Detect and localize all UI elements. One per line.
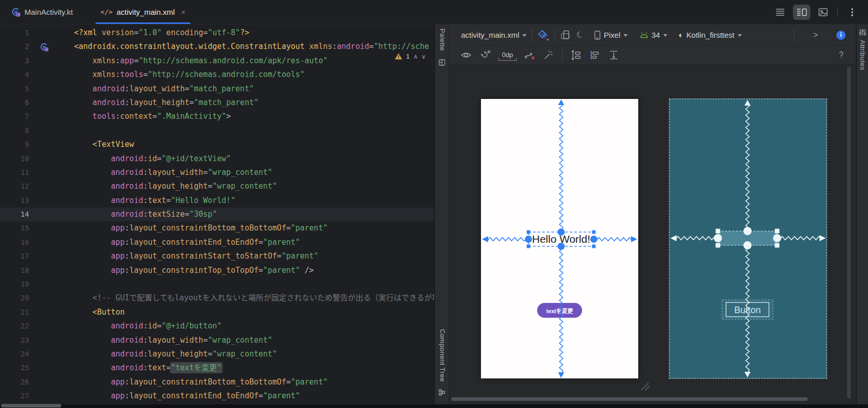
line-number: 27 bbox=[0, 389, 29, 403]
device-preview-blueprint[interactable]: Button bbox=[669, 99, 827, 378]
gutter bbox=[29, 236, 55, 249]
code-token: app bbox=[74, 266, 125, 275]
component-tree-tab[interactable]: Component Tree bbox=[439, 329, 446, 382]
code-line: 26 app:layout_constraintBottom_toBottomO… bbox=[0, 375, 434, 389]
palette-tab[interactable]: Palette bbox=[439, 29, 446, 51]
align-icon[interactable] bbox=[589, 50, 600, 60]
textview-hello-world[interactable]: Hello World! bbox=[528, 232, 594, 246]
line-number: 4 bbox=[0, 68, 29, 82]
code-token: app bbox=[74, 377, 125, 387]
default-margin-selector[interactable]: 0dp bbox=[498, 50, 517, 61]
more-options-kebab-icon[interactable] bbox=[843, 5, 861, 20]
info-icon[interactable]: i bbox=[836, 31, 846, 40]
line-number: 23 bbox=[0, 334, 29, 347]
file-dropdown[interactable]: activity_main.xml bbox=[461, 31, 526, 39]
line-number: 24 bbox=[0, 347, 29, 361]
divider bbox=[532, 30, 532, 41]
code-text: android:id="@+id/button" bbox=[55, 319, 222, 333]
code-token: "match_parent" bbox=[189, 84, 254, 93]
tab-activity-main-xml[interactable]: </> activity_main.xml × bbox=[93, 0, 192, 24]
prev-warning-icon[interactable]: ∧ bbox=[413, 53, 418, 60]
tab-label: activity_main.xml bbox=[116, 8, 175, 16]
guidelines-icon[interactable] bbox=[608, 50, 619, 60]
next-warning-icon[interactable]: ∨ bbox=[421, 53, 426, 60]
line-number: 26 bbox=[0, 375, 29, 389]
theme-dropdown-label: Kotlin_firsttest bbox=[686, 31, 734, 39]
code-token: ".MainActivity" bbox=[157, 112, 226, 121]
code-token: "http://schemas.android.com/apk/res-auto… bbox=[138, 56, 327, 65]
attributes-sliders-icon[interactable] bbox=[859, 29, 866, 36]
horizontal-scrollbar[interactable] bbox=[451, 397, 808, 401]
code-token: : bbox=[143, 349, 148, 359]
code-line: 19 bbox=[0, 277, 434, 291]
next-screen-arrow[interactable]: > bbox=[813, 31, 818, 40]
infer-constraints-wand-icon[interactable] bbox=[543, 50, 554, 60]
code-token: xmlns bbox=[74, 56, 115, 65]
code-token: "wrap_content" bbox=[212, 182, 277, 191]
code-line: 9 <TextView bbox=[0, 138, 434, 151]
line-number: 6 bbox=[0, 96, 29, 110]
inspection-widget[interactable]: 1 ∧ ∨ bbox=[395, 53, 426, 60]
gutter bbox=[29, 68, 55, 82]
gutter bbox=[29, 166, 55, 180]
device-dropdown[interactable]: Pixel bbox=[594, 31, 628, 40]
gutter bbox=[29, 152, 55, 166]
device-dropdown-label: Pixel bbox=[604, 31, 620, 39]
editor-tab-bar: MainActivity.kt </> activity_main.xml × bbox=[0, 0, 868, 24]
api-level-dropdown[interactable]: 34 bbox=[640, 31, 667, 39]
component-tree-icon[interactable] bbox=[439, 389, 445, 396]
constraint-overlay-blueprint: Button bbox=[669, 99, 827, 378]
autoconnect-magnet-icon[interactable] bbox=[479, 50, 491, 60]
palette-icon[interactable] bbox=[439, 59, 445, 66]
design-surface[interactable]: Hello World! textを変更 bbox=[449, 65, 856, 408]
code-token: "@+id/button" bbox=[162, 321, 222, 330]
theme-dropdown[interactable]: ◐ Kotlin_firsttest bbox=[679, 31, 742, 40]
orientation-icon[interactable] bbox=[560, 30, 571, 41]
line-number: 2 bbox=[0, 40, 29, 54]
device-preview-design[interactable]: Hello World! textを変更 bbox=[481, 99, 638, 378]
canvas-resize-handle[interactable] bbox=[640, 381, 652, 392]
button-text-change[interactable]: textを変更 bbox=[537, 303, 582, 318]
xml-code-editor[interactable]: 1<?xml version="1.0" encoding="utf-8"?>2… bbox=[0, 24, 435, 408]
clear-constraints-icon[interactable] bbox=[524, 50, 536, 60]
warning-count: 1 bbox=[406, 53, 409, 60]
code-token: tools bbox=[74, 112, 115, 121]
code-token: "match_parent" bbox=[194, 98, 258, 107]
code-line: 1<?xml version="1.0" encoding="utf-8"?> bbox=[0, 26, 434, 40]
close-icon[interactable]: × bbox=[181, 8, 185, 16]
code-line: 15 app:layout_constraintBottom_toBottomO… bbox=[0, 221, 434, 235]
line-number: 3 bbox=[0, 54, 29, 68]
code-token: "wrap_content" bbox=[208, 336, 272, 345]
code-token: android bbox=[74, 182, 143, 191]
code-text bbox=[55, 277, 74, 291]
gutter-kotlin-activity-icon[interactable] bbox=[29, 40, 55, 54]
split-view-icon[interactable] bbox=[793, 5, 810, 20]
code-token: = bbox=[203, 28, 208, 37]
code-text: app:layout_constraintBottom_toBottomOf="… bbox=[55, 375, 328, 389]
view-options-eye-icon[interactable] bbox=[461, 50, 472, 60]
gutter bbox=[29, 375, 55, 389]
night-mode-icon[interactable]: ☾ bbox=[575, 29, 586, 41]
design-view-icon[interactable] bbox=[814, 5, 832, 20]
line-number: 12 bbox=[0, 180, 29, 193]
code-line: 21 <Button bbox=[0, 305, 434, 319]
line-number: 18 bbox=[0, 264, 29, 277]
code-token: app bbox=[120, 56, 134, 65]
code-line: 18 app:layout_constraintTop_toTopOf="par… bbox=[0, 264, 434, 277]
tab-mainactivity-kt[interactable]: MainActivity.kt bbox=[4, 0, 80, 24]
code-token: : bbox=[143, 363, 148, 372]
code-token: = bbox=[143, 70, 148, 79]
gutter bbox=[29, 54, 55, 68]
code-text: app:layout_constraintBottom_toBottomOf="… bbox=[55, 221, 328, 235]
attributes-tab[interactable]: Attributes bbox=[859, 40, 866, 70]
help-icon[interactable]: ? bbox=[839, 50, 845, 60]
editor-horizontal-scrollbar[interactable] bbox=[1, 404, 61, 407]
pack-icon[interactable] bbox=[570, 50, 582, 60]
code-view-icon[interactable] bbox=[771, 5, 789, 20]
line-number: 15 bbox=[0, 221, 29, 235]
code-line: 27 app:layout_constraintEnd_toEndOf="par… bbox=[0, 389, 434, 403]
vertical-scrollbar[interactable] bbox=[847, 67, 851, 398]
code-token: id bbox=[148, 154, 157, 163]
code-token: "Hello World!" bbox=[171, 196, 235, 205]
design-blueprint-toggle-icon[interactable] bbox=[537, 30, 549, 41]
